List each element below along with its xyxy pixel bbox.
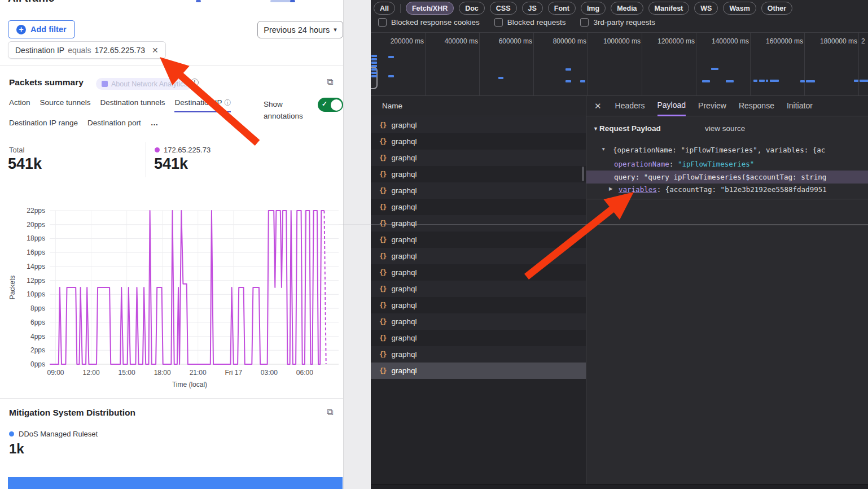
filter-pill-doc[interactable]: Doc — [459, 2, 485, 15]
book-icon — [102, 81, 108, 87]
timeline-request-mark — [388, 75, 394, 77]
filter-pill-js[interactable]: JS — [522, 2, 543, 15]
request-row[interactable]: {}graphql — [371, 264, 586, 281]
tab-payload[interactable]: Payload — [657, 96, 686, 116]
about-network-analytics-badge[interactable]: About Network Analytics — [96, 78, 193, 90]
triangle-right-icon[interactable]: ▶ — [609, 183, 613, 195]
timeline-gridline — [696, 33, 696, 96]
tab-headers[interactable]: Headers — [615, 97, 645, 115]
tab-response[interactable]: Response — [739, 97, 774, 115]
request-payload-header[interactable]: ▼Request Payload — [593, 124, 661, 133]
checkbox-icon[interactable] — [494, 18, 503, 27]
tab-destination-ip-range[interactable]: Destination IP range — [9, 119, 78, 130]
chevron-down-icon: ▾ — [334, 26, 337, 33]
request-row[interactable]: {}graphql — [371, 330, 586, 346]
scroll-gutter[interactable] — [343, 0, 371, 489]
tab-destination-port[interactable]: Destination port — [87, 119, 141, 130]
filter-pill-img[interactable]: Img — [581, 2, 606, 15]
remove-filter-icon[interactable]: ✕ — [152, 46, 159, 55]
toggle-knob — [331, 99, 342, 111]
tab-source-tunnels[interactable]: Source tunnels — [40, 98, 91, 112]
info-icon: ⓘ — [224, 99, 231, 107]
divider — [0, 398, 343, 399]
svg-text:15:00: 15:00 — [119, 369, 135, 377]
json-braces-icon: {} — [379, 138, 386, 146]
request-row[interactable]: {}graphql — [371, 363, 586, 379]
filter-pill-media[interactable]: Media — [611, 2, 643, 15]
filter-pill-all[interactable]: All — [374, 2, 395, 15]
clipped-toolbar-fragment — [196, 0, 201, 2]
checkbox-label: Blocked response cookies — [391, 18, 480, 27]
devtools-footer-edge — [371, 484, 868, 489]
request-row[interactable]: {}graphql — [371, 248, 586, 264]
divider — [586, 199, 868, 199]
add-filter-button[interactable]: + Add filter — [8, 20, 75, 38]
payload-tree-line[interactable]: ▼{operationName: "ipFlowTimeseries", var… — [586, 143, 868, 156]
svg-text:4pps: 4pps — [30, 333, 45, 340]
svg-text:12pps: 12pps — [27, 277, 45, 285]
checkbox-icon[interactable] — [378, 18, 387, 27]
request-row[interactable]: {}graphql — [371, 215, 586, 232]
payload-segment: query — [614, 173, 635, 181]
request-row[interactable]: {}graphql — [371, 232, 586, 248]
request-row[interactable]: {}graphql — [371, 117, 586, 133]
close-icon[interactable]: ✕ — [594, 101, 602, 111]
filter-pill-font[interactable]: Font — [548, 2, 576, 15]
request-row[interactable]: {}graphql — [371, 297, 586, 313]
view-source-link[interactable]: view source — [705, 124, 745, 133]
checkbox-blocked-requests[interactable]: Blocked requests — [494, 18, 566, 27]
json-braces-icon: {} — [379, 334, 386, 342]
filter-pill-fetch-xhr[interactable]: Fetch/XHR — [406, 2, 454, 15]
filter-field: Destination IP — [15, 46, 64, 55]
filter-pill-ws[interactable]: WS — [694, 2, 718, 15]
timeline-request-mark — [371, 62, 377, 64]
request-row[interactable]: {}graphql — [371, 346, 586, 363]
filter-pill-wasm[interactable]: Wasm — [723, 2, 756, 15]
tab-more[interactable]: … — [151, 119, 159, 130]
detail-tab-bar: ✕HeadersPayloadPreviewResponseInitiator — [586, 96, 868, 116]
timeline-tick-label: 200000 ms — [372, 37, 424, 45]
request-row[interactable]: {}graphql — [371, 166, 586, 182]
tab-action[interactable]: Action — [9, 98, 30, 112]
timeline-request-mark — [371, 55, 377, 57]
json-braces-icon: {} — [379, 187, 386, 195]
request-row[interactable]: {}graphql — [371, 281, 586, 297]
tab-destination-ip[interactable]: Destination IPⓘ — [174, 98, 231, 112]
request-list-scrollbar[interactable] — [582, 167, 584, 181]
show-annotations-toggle[interactable]: ✓ — [318, 98, 343, 112]
json-braces-icon: {} — [379, 252, 386, 260]
mitigation-bar — [8, 477, 343, 489]
tab-initiator[interactable]: Initiator — [787, 97, 813, 115]
filter-pill-manifest[interactable]: Manifest — [648, 2, 690, 15]
request-row[interactable]: {}graphql — [371, 199, 586, 215]
request-row[interactable]: {}graphql — [371, 182, 586, 199]
check-icon: ✓ — [322, 100, 327, 108]
badge-label: About Network Analytics — [111, 80, 187, 88]
checkbox-blocked-response-cookies[interactable]: Blocked response cookies — [378, 18, 480, 27]
checkbox-3rd-party-requests[interactable]: 3rd-party requests — [580, 18, 655, 27]
triangle-down-icon: ▼ — [593, 126, 598, 132]
request-detail-panel: ✕HeadersPayloadPreviewResponseInitiator … — [586, 96, 868, 484]
copy-panel-icon[interactable]: ⧉ — [327, 77, 333, 86]
timeline-tick-label: 1800000 ms — [805, 37, 857, 45]
filter-chip[interactable]: Destination IP equals 172.65.225.73 ✕ — [8, 41, 166, 59]
tab-destination-tunnels[interactable]: Destination tunnels — [100, 98, 165, 112]
time-range-select[interactable]: Previous 24 hours ▾ — [257, 21, 343, 38]
request-row[interactable]: {}graphql — [371, 150, 586, 166]
filter-pill-other[interactable]: Other — [761, 2, 792, 15]
payload-tree-line[interactable]: ▶variables: {accountTag: "b12e3b2192ee55… — [586, 183, 868, 196]
triangle-down-icon[interactable]: ▼ — [601, 143, 606, 156]
timeline-request-mark — [753, 80, 757, 82]
network-overview-timeline[interactable]: 200000 ms400000 ms600000 ms800000 ms1000… — [371, 33, 868, 96]
payload-tree-line[interactable]: query: "query ipFlowTimeseries($accountT… — [586, 171, 868, 184]
request-row[interactable]: {}graphql — [371, 313, 586, 330]
json-braces-icon: {} — [379, 203, 386, 211]
request-row[interactable]: {}graphql — [371, 133, 586, 150]
copy-panel-icon[interactable]: ⧉ — [327, 408, 333, 417]
tab-preview[interactable]: Preview — [698, 97, 726, 115]
payload-tree-line[interactable]: operationName: "ipFlowTimeseries" — [586, 158, 868, 171]
filter-pill-css[interactable]: CSS — [490, 2, 517, 15]
name-column-header[interactable]: Name — [371, 96, 586, 116]
checkbox-icon[interactable] — [580, 18, 589, 27]
timeline-gridline — [858, 33, 859, 96]
